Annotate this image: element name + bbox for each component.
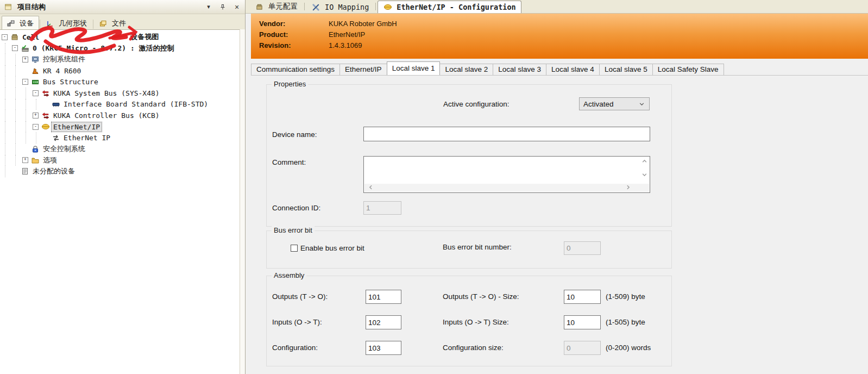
window-menu-caret-icon[interactable]: ▾ — [204, 2, 213, 12]
expander-plus-icon[interactable]: + — [22, 57, 28, 63]
tree-indent — [10, 88, 21, 99]
comment-input[interactable] — [364, 157, 632, 184]
tree-node-label[interactable]: Interface Board Standard (IFB-STD) — [62, 99, 210, 109]
unassigned-icon — [20, 167, 29, 176]
active-configuration-select[interactable]: Activated — [579, 97, 650, 110]
tab-local-slave-4[interactable]: Local slave 4 — [546, 64, 600, 75]
tree-indent — [21, 99, 31, 110]
expander-minus-icon[interactable]: - — [33, 90, 39, 96]
tree-node-label[interactable]: 选项 — [41, 155, 59, 166]
doc-tab-separator — [304, 3, 305, 10]
assembly-value-input[interactable] — [366, 315, 401, 329]
expander-minus-icon[interactable]: - — [12, 45, 18, 51]
assembly-value-input[interactable] — [366, 341, 401, 355]
document-tabs: 单元配置IO MappingEtherNet/IP - Configuratio… — [246, 0, 868, 14]
tree-node[interactable]: EtherNet IP — [0, 132, 240, 144]
tree-node[interactable]: +控制系统组件 — [0, 54, 240, 65]
properties-group: Properties Active configuration: Activat… — [266, 84, 672, 227]
safety-lock-icon — [30, 145, 40, 153]
tree-node[interactable]: -EtherNet/IP — [0, 121, 240, 133]
expander-minus-icon[interactable]: - — [22, 79, 28, 85]
scroll-up-icon[interactable] — [641, 158, 647, 166]
tree-node-label[interactable]: Cell — [21, 33, 41, 42]
tree-indent — [0, 166, 10, 177]
tree-node-label[interactable]: 0 (KRC5 Micro - 8.7.2) : 激活的控制 — [31, 43, 176, 54]
tree-node[interactable]: 安全控制系统 — [0, 144, 240, 155]
tree-node[interactable]: -KUKA System Bus (SYS-X48) — [0, 88, 240, 99]
doc-tab-2[interactable]: IO Mapping — [306, 1, 374, 13]
bus-error-number-label: Bus error bit number: — [443, 243, 512, 251]
assembly-size-input[interactable] — [564, 341, 601, 355]
tree-indent — [10, 65, 21, 77]
tab-communication-settings[interactable]: Communication settings — [251, 64, 340, 75]
tree-node[interactable]: 未分配的设备 — [0, 166, 240, 177]
tab-ethernet-ip[interactable]: Ethernet/IP — [339, 64, 387, 75]
panel-titlebar: 项目结构 ▾ × — [0, 0, 245, 14]
assembly-unit-label: (1-509) byte — [606, 292, 645, 301]
device-name-input[interactable] — [363, 127, 650, 141]
tab-local-slave-2[interactable]: Local slave 2 — [439, 64, 493, 75]
product-label: Product: — [259, 29, 329, 40]
tree-node[interactable]: +KUKA Controller Bus (KCB) — [0, 110, 240, 121]
doc-tab-1[interactable]: 单元配置 — [250, 0, 303, 13]
toolbar-tab-3[interactable]: 文件 — [94, 16, 131, 30]
tab-local-safety-slave[interactable]: Local Safety Slave — [652, 64, 724, 75]
tree-indent — [10, 144, 21, 155]
bus-error-number-input[interactable] — [564, 241, 601, 255]
expander-plus-icon[interactable]: + — [33, 113, 39, 119]
tree-indent — [0, 65, 10, 77]
tree-scrollbar[interactable] — [240, 29, 245, 374]
tab-local-slave-3[interactable]: Local slave 3 — [493, 64, 546, 75]
assembly-size-input[interactable] — [564, 315, 601, 329]
tree-node-label[interactable]: Bus Structure — [41, 77, 100, 86]
enable-bus-error-checkbox[interactable] — [291, 245, 298, 252]
bus-structure-icon — [30, 78, 40, 86]
doc-tab-3[interactable]: EtherNet/IP - Configuration — [378, 1, 521, 13]
connection-id-input[interactable] — [363, 201, 401, 215]
scroll-down-icon[interactable] — [641, 171, 647, 179]
tree-indent — [10, 121, 21, 133]
tree-node-label[interactable]: EtherNet IP — [62, 133, 112, 142]
tree-node-label[interactable]: 控制系统组件 — [41, 54, 87, 65]
pin-icon[interactable] — [218, 2, 228, 12]
scroll-right-icon[interactable] — [625, 184, 631, 192]
tree-node-label[interactable]: 未分配的设备 — [31, 166, 77, 177]
bus-error-legend: Bus error bit — [272, 226, 315, 234]
toolbar-separator — [93, 20, 93, 29]
assembly-row-label: Inputs (O -> T): — [272, 318, 322, 326]
project-tree: -Cell设备视图-0 (KRC5 Micro - 8.7.2) : 激活的控制… — [0, 29, 240, 374]
tree-node[interactable]: Interface Board Standard (IFB-STD) — [0, 99, 240, 110]
tree-node-label[interactable]: 安全控制系统 — [41, 144, 87, 154]
toolbar-tab-2[interactable]: 几何形状 — [41, 16, 92, 30]
assembly-value-input[interactable] — [366, 290, 401, 304]
tab-local-slave-1[interactable]: Local slave 1 — [387, 61, 441, 75]
tree-indent — [21, 121, 31, 133]
tree-indent — [10, 99, 21, 110]
tree-node-label-suffix[interactable]: 设备视图 — [129, 32, 160, 42]
tree-node[interactable]: -Bus Structure — [0, 76, 240, 88]
tree-node-label[interactable]: EtherNet/IP — [52, 122, 102, 132]
tree-indent — [10, 155, 21, 166]
expander-minus-icon[interactable]: - — [33, 124, 39, 130]
close-icon[interactable]: × — [232, 2, 242, 12]
tree-node-label[interactable]: KUKA System Bus (SYS-X48) — [52, 89, 161, 98]
device-info-banner: Vendor: KUKA Roboter GmbH Product: Ether… — [251, 14, 868, 59]
tree-node-label[interactable]: KR 4 R600 — [41, 66, 83, 76]
tab-local-slave-5[interactable]: Local slave 5 — [599, 64, 653, 75]
tree-node[interactable]: +选项 — [0, 155, 240, 166]
expander-minus-icon[interactable]: - — [2, 34, 8, 40]
tree-node[interactable]: -Cell设备视图 — [0, 32, 240, 43]
scroll-left-icon[interactable] — [368, 184, 374, 192]
assembly-size-label: Outputs (T -> O) - Size: — [443, 292, 519, 301]
panel-title: 项目结构 — [17, 2, 46, 12]
fieldbus-icon — [41, 89, 50, 97]
tree-node-label[interactable]: KUKA Controller Bus (KCB) — [52, 111, 161, 120]
assembly-size-input[interactable] — [564, 290, 601, 304]
tree-node[interactable]: -0 (KRC5 Micro - 8.7.2) : 激活的控制 — [0, 43, 240, 54]
expander-plus-icon[interactable]: + — [22, 157, 28, 163]
tree-node[interactable]: KR 4 R600 — [0, 65, 240, 77]
product-value: EtherNet/IP — [329, 29, 365, 40]
tree-indent — [0, 121, 10, 133]
components-icon — [30, 55, 40, 64]
toolbar-tab-1[interactable]: 设备 — [2, 16, 39, 30]
